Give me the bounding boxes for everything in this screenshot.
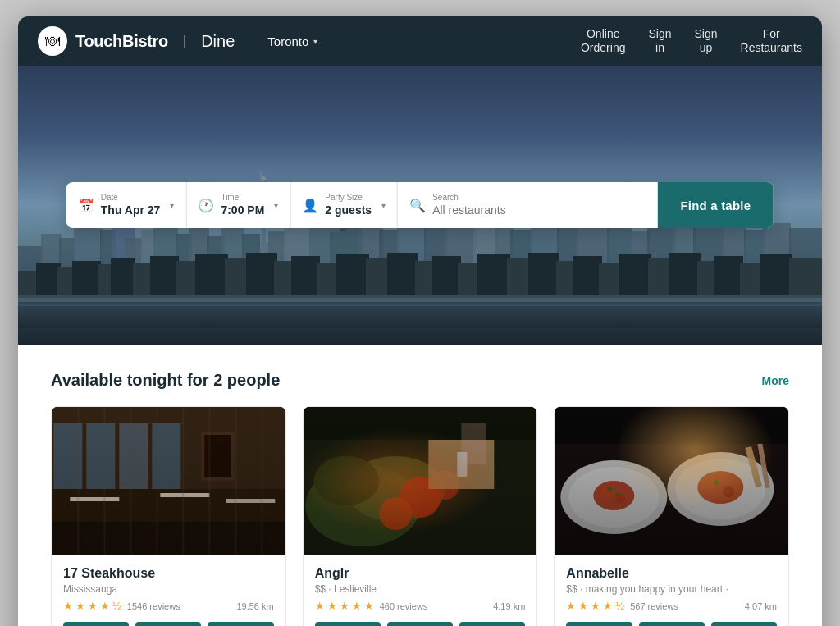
annabelle-slot-1[interactable]: 7:30 PM: [639, 622, 705, 626]
svg-rect-73: [573, 256, 602, 295]
annabelle-name: Annabelle: [566, 566, 777, 581]
party-content: Party Size 2 guests: [325, 194, 372, 217]
svg-point-121: [714, 480, 719, 485]
svg-rect-68: [458, 263, 481, 295]
date-chevron-icon: ▾: [170, 201, 174, 210]
restaurant-card-steakhouse[interactable]: 17 Steakhouse Mississauga ★ ★ ★ ★ ½ 1546…: [51, 406, 286, 626]
svg-point-112: [601, 486, 614, 499]
svg-rect-79: [714, 256, 743, 295]
clock-icon: 🕐: [198, 198, 214, 213]
content-area: Available tonight for 2 people More: [18, 345, 822, 626]
annabelle-slot-0[interactable]: 7:15 PM: [566, 622, 632, 626]
star-1: ★: [63, 600, 73, 612]
nav-sign-up[interactable]: Sign up: [694, 27, 717, 55]
svg-point-120: [617, 492, 620, 496]
annabelle-star-1: ★: [566, 600, 576, 612]
svg-rect-89: [70, 497, 119, 501]
nav-links: Online Ordering Sign in Sign up For Rest…: [581, 27, 802, 55]
steakhouse-time-slots: 7:15 PM 7:30 PM 7:45 PM: [63, 622, 274, 626]
svg-rect-84: [52, 407, 285, 489]
anglr-reviews: 460 reviews: [380, 601, 428, 611]
anglr-stars: ★ ★ ★ ★ ★ 460 reviews: [315, 600, 428, 612]
annabelle-time-slots: 7:15 PM 7:30 PM 7:45 PM: [566, 622, 777, 626]
steakhouse-slot-0[interactable]: 7:15 PM: [63, 622, 129, 626]
city-selector[interactable]: Toronto ▾: [267, 34, 317, 48]
svg-point-97: [346, 456, 445, 522]
find-table-button[interactable]: Find a table: [657, 182, 774, 228]
svg-point-116: [724, 486, 735, 497]
svg-point-108: [569, 467, 660, 528]
svg-rect-64: [366, 258, 390, 295]
annabelle-meta: $$ · making you happy in your heart ·: [566, 583, 777, 595]
skyline-graphic: [18, 148, 822, 345]
svg-rect-118: [758, 443, 770, 488]
svg-point-109: [668, 452, 774, 526]
svg-rect-55: [150, 256, 179, 295]
search-content: Search: [432, 194, 646, 217]
restaurant-grid: 17 Steakhouse Mississauga ★ ★ ★ ★ ½ 1546…: [51, 406, 789, 626]
steakhouse-distance: 19.56 km: [236, 601, 273, 611]
annabelle-slot-2[interactable]: 7:45 PM: [711, 622, 777, 626]
svg-rect-86: [86, 423, 115, 489]
nav-online-ordering[interactable]: Online Ordering: [581, 27, 625, 55]
logo-area: 🍽 TouchBistro | Dine: [38, 26, 235, 56]
anglr-slot-2[interactable]: 7:30 PM: [459, 622, 525, 626]
time-field[interactable]: 🕐 Time 7:00 PM ▾: [186, 182, 290, 228]
svg-rect-2: [18, 304, 822, 306]
svg-rect-103: [461, 423, 486, 464]
anglr-star-4: ★: [352, 600, 362, 612]
svg-rect-83: [52, 407, 285, 555]
svg-rect-122: [555, 407, 788, 444]
annabelle-body: Annabelle $$ · making you happy in your …: [555, 555, 788, 626]
svg-rect-51: [72, 261, 101, 295]
svg-rect-63: [336, 254, 369, 295]
anglr-slot-0[interactable]: 6:00 PM: [315, 622, 381, 626]
annabelle-reviews: 567 reviews: [630, 601, 678, 611]
steakhouse-reviews: 1546 reviews: [127, 601, 180, 611]
steakhouse-slot-1[interactable]: 7:30 PM: [135, 622, 201, 626]
svg-rect-65: [387, 253, 418, 295]
party-chevron-icon: ▾: [381, 201, 386, 210]
restaurant-card-annabelle[interactable]: Annabelle $$ · making you happy in your …: [554, 406, 789, 626]
annabelle-star-4: ★: [603, 600, 613, 612]
annabelle-stars: ★ ★ ★ ★ ½ 567 reviews: [566, 600, 678, 612]
search-input-area: 🔍 Search: [398, 182, 657, 228]
svg-rect-82: [789, 258, 822, 295]
svg-rect-105: [304, 407, 537, 440]
svg-rect-76: [648, 258, 673, 295]
svg-rect-1: [18, 298, 822, 302]
svg-rect-70: [507, 258, 532, 295]
restaurant-card-anglr[interactable]: Anglr $$ · Leslieville ★ ★ ★ ★ ★ 460 rev…: [303, 406, 538, 626]
steakhouse-meta: Mississauga: [63, 583, 274, 595]
svg-rect-53: [111, 258, 135, 295]
steakhouse-slot-2[interactable]: 7:45 PM: [208, 622, 273, 626]
svg-rect-49: [36, 263, 61, 295]
anglr-image: [304, 407, 537, 555]
time-chevron-icon: ▾: [274, 201, 278, 210]
svg-rect-61: [291, 256, 320, 295]
star-4: ★: [100, 600, 110, 612]
svg-point-96: [305, 464, 420, 546]
svg-point-119: [608, 487, 613, 491]
city-name: Toronto: [267, 34, 308, 48]
anglr-star-5: ★: [364, 600, 374, 612]
more-link[interactable]: More: [762, 374, 789, 387]
svg-point-107: [561, 460, 668, 534]
party-size-field[interactable]: 👤 Party Size 2 guests ▾: [290, 182, 398, 228]
svg-point-111: [594, 481, 635, 510]
svg-point-115: [705, 476, 720, 491]
nav-sign-in[interactable]: Sign in: [648, 27, 671, 55]
search-input[interactable]: [432, 203, 646, 217]
svg-rect-88: [152, 423, 180, 489]
annabelle-star-5-half: ½: [615, 600, 624, 612]
svg-rect-117: [746, 446, 763, 487]
nav-for-restaurants[interactable]: For Restaurants: [741, 27, 802, 55]
date-field[interactable]: 📅 Date Thu Apr 27 ▾: [66, 182, 187, 228]
svg-rect-87: [119, 423, 148, 489]
star-5-half: ½: [112, 600, 121, 612]
anglr-slot-1[interactable]: 6:30 PM: [387, 622, 453, 626]
svg-rect-71: [528, 253, 559, 295]
navbar: 🍽 TouchBistro | Dine Toronto ▾ Online Or…: [18, 16, 822, 66]
svg-rect-90: [160, 493, 209, 497]
svg-rect-69: [477, 254, 510, 295]
